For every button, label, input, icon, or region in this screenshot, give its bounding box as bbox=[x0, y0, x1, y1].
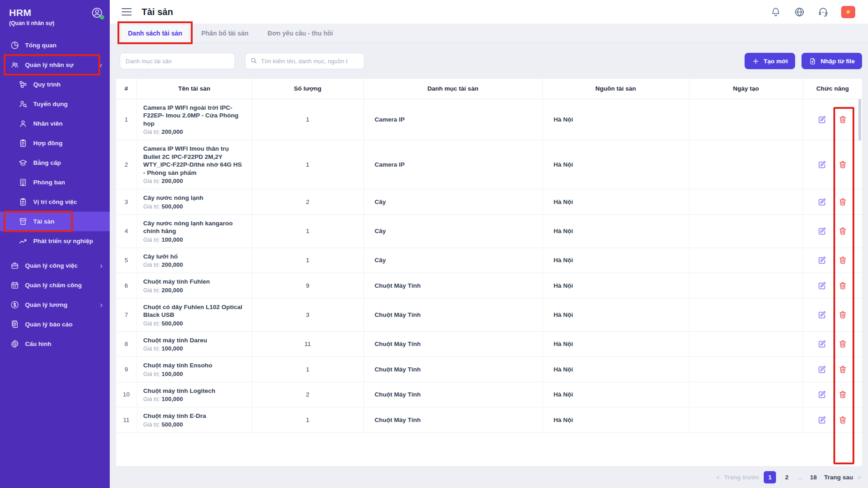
pagination-page-18[interactable]: 18 bbox=[807, 471, 819, 483]
edit-button[interactable] bbox=[817, 197, 827, 207]
delete-button[interactable] bbox=[838, 115, 848, 124]
delete-button[interactable] bbox=[838, 365, 848, 374]
edit-button[interactable] bbox=[817, 310, 827, 320]
cell-date bbox=[689, 189, 803, 215]
sidebar-item-0[interactable]: Tổng quan bbox=[0, 36, 110, 55]
asset-value: 500,000 bbox=[162, 421, 183, 428]
asset-value: 200,000 bbox=[162, 178, 183, 184]
delete-button[interactable] bbox=[838, 160, 848, 169]
user-avatar-icon[interactable] bbox=[91, 6, 103, 19]
sidebar-item-3[interactable]: Tuyển dụng bbox=[0, 94, 110, 114]
plus-icon bbox=[752, 57, 760, 65]
main-area: Tài sản bbox=[110, 0, 868, 488]
sidebar-item-label: Nhân viên bbox=[33, 120, 63, 127]
delete-button[interactable] bbox=[838, 339, 848, 349]
topbar: Tài sản bbox=[110, 0, 868, 24]
cell-index: 2 bbox=[116, 140, 137, 189]
cell-name: Cây nước nóng lạnh kangaroo chính hãngGi… bbox=[137, 214, 252, 248]
cell-category: Cây bbox=[363, 248, 542, 273]
file-import-icon bbox=[809, 57, 817, 65]
edit-button[interactable] bbox=[817, 281, 827, 290]
sidebar-item-13[interactable]: Quản lý lương› bbox=[0, 295, 110, 315]
sidebar-item-15[interactable]: Cấu hình bbox=[0, 334, 110, 354]
edit-button[interactable] bbox=[817, 339, 827, 349]
cell-category: Chuột Máy Tính bbox=[363, 298, 542, 331]
cell-quantity: 1 bbox=[252, 214, 363, 248]
delete-button[interactable] bbox=[838, 390, 848, 399]
sidebar-item-2[interactable]: Quy trình bbox=[0, 75, 110, 94]
asset-value: 100,000 bbox=[162, 396, 183, 402]
delete-button[interactable] bbox=[838, 281, 848, 290]
sidebar-item-6[interactable]: Bằng cấp bbox=[0, 153, 110, 173]
sidebar-item-9[interactable]: Tài sản bbox=[0, 212, 110, 231]
sidebar-item-8[interactable]: Vị trí công việc bbox=[0, 192, 110, 212]
pagination-page-2[interactable]: 2 bbox=[781, 471, 793, 483]
workflow-icon bbox=[18, 80, 28, 89]
search-input[interactable] bbox=[245, 53, 364, 69]
notification-bell-icon[interactable] bbox=[770, 6, 781, 18]
cell-index: 4 bbox=[116, 214, 137, 248]
sidebar-item-label: Vị trí công việc bbox=[33, 198, 77, 205]
cell-index: 10 bbox=[116, 382, 137, 407]
cell-date bbox=[689, 273, 803, 299]
asset-name: Chuột máy tính Ensoho bbox=[143, 361, 245, 370]
edit-button[interactable] bbox=[817, 226, 827, 236]
table-scrollbar[interactable] bbox=[858, 99, 861, 141]
delete-button[interactable] bbox=[838, 255, 848, 265]
cell-source: Hà Nội bbox=[542, 273, 689, 299]
sidebar-item-7[interactable]: Phòng ban bbox=[0, 173, 110, 192]
tab-2[interactable]: Đơn yêu cầu - thu hồi bbox=[261, 25, 340, 41]
sidebar-item-11[interactable]: Quản lý công việc› bbox=[0, 256, 110, 275]
delete-button[interactable] bbox=[838, 197, 848, 207]
hamburger-menu-icon[interactable] bbox=[122, 8, 132, 15]
delete-button[interactable] bbox=[838, 226, 848, 236]
cell-name: Chuột có dây Fuhlen L102 Optical Black U… bbox=[137, 298, 252, 331]
value-label: Giá trị: bbox=[143, 262, 160, 268]
cell-name: Chuột máy tính DareuGiá trị: 100,000 bbox=[137, 331, 252, 357]
tabs-bar: Danh sách tài sảnPhân bổ tài sảnĐơn yêu … bbox=[110, 24, 868, 43]
pagination-page-1[interactable]: 1 bbox=[764, 471, 776, 483]
import-from-file-button[interactable]: Nhập từ file bbox=[802, 53, 862, 69]
sidebar-item-5[interactable]: Hợp đồng bbox=[0, 133, 110, 153]
cell-index: 3 bbox=[116, 189, 137, 215]
asset-value: 200,000 bbox=[162, 128, 183, 135]
cell-date bbox=[689, 407, 803, 433]
delete-button[interactable] bbox=[838, 415, 848, 425]
sidebar-item-12[interactable]: Quản lý chấm công bbox=[0, 275, 110, 295]
cell-date bbox=[689, 140, 803, 189]
tab-0[interactable]: Danh sách tài sản bbox=[122, 25, 189, 41]
tab-label: Đơn yêu cầu - thu hồi bbox=[268, 30, 333, 37]
support-headset-icon[interactable] bbox=[817, 6, 829, 18]
asset-value: 100,000 bbox=[162, 236, 183, 243]
asset-value: 200,000 bbox=[162, 261, 183, 268]
graduation-cap-icon bbox=[18, 158, 28, 168]
sidebar-item-1[interactable]: Quản lý nhân sự∨ bbox=[0, 55, 110, 75]
edit-button[interactable] bbox=[817, 115, 827, 124]
category-filter-input[interactable] bbox=[120, 53, 235, 69]
tab-label: Danh sách tài sản bbox=[128, 30, 182, 37]
sidebar-item-4[interactable]: Nhân viên bbox=[0, 114, 110, 133]
search-wrap bbox=[245, 53, 364, 69]
sidebar-item-10[interactable]: Phát triển sự nghiệp bbox=[0, 231, 110, 251]
vietnam-flag-icon[interactable]: ★ bbox=[841, 6, 855, 18]
cell-name: Chuột máy tính E-DraGiá trị: 500,000 bbox=[137, 407, 252, 433]
archive-box-icon bbox=[18, 217, 28, 226]
cell-date bbox=[689, 357, 803, 382]
sidebar-item-14[interactable]: Quản lý báo cáo bbox=[0, 315, 110, 334]
table-row: 9Chuột máy tính EnsohoGiá trị: 100,0001C… bbox=[116, 357, 862, 382]
chevron-right-icon: › bbox=[100, 262, 102, 270]
language-globe-icon[interactable] bbox=[794, 6, 805, 18]
pagination-next-button[interactable]: Trang sau bbox=[824, 474, 853, 481]
delete-button[interactable] bbox=[838, 310, 848, 320]
edit-button[interactable] bbox=[817, 365, 827, 374]
pagination-prev-button[interactable]: Trang trước bbox=[724, 474, 759, 481]
table-row: 7Chuột có dây Fuhlen L102 Optical Black … bbox=[116, 298, 862, 331]
edit-button[interactable] bbox=[817, 160, 827, 169]
value-label: Giá trị: bbox=[143, 203, 160, 210]
tab-1[interactable]: Phân bổ tài sản bbox=[195, 25, 255, 41]
cell-source: Hà Nội bbox=[542, 248, 689, 273]
create-new-button[interactable]: Tạo mới bbox=[745, 53, 795, 69]
edit-button[interactable] bbox=[817, 415, 827, 425]
edit-button[interactable] bbox=[817, 390, 827, 399]
edit-button[interactable] bbox=[817, 255, 827, 265]
